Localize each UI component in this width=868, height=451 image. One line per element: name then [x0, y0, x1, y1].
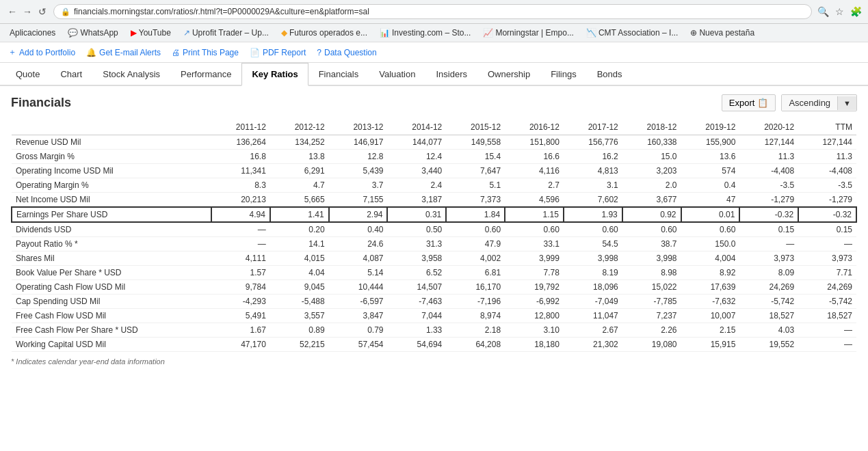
bookmark-morningstar[interactable]: 📈 Morningstar | Empo... [479, 27, 578, 39]
nueva-icon: ⊕ [690, 28, 697, 38]
cell-dividends-4: 0.60 [446, 222, 505, 237]
tab-filings[interactable]: Filings [540, 63, 587, 85]
cell-operating_income-10: -4,408 [798, 164, 856, 178]
cell-payout_ratio-4: 47.9 [446, 237, 505, 251]
bookmark-label: CMT Association – I... [599, 28, 679, 38]
col-2017: 2017-12 [564, 120, 622, 135]
cell-gross_margin-8: 13.6 [681, 150, 740, 164]
main-content: Financials Export 📋 Ascending ▼ 2011-12 … [0, 86, 868, 374]
cell-cap_spending-10: -5,742 [798, 295, 856, 309]
cell-cap_spending-5: -6,992 [505, 295, 564, 309]
tab-performance[interactable]: Performance [170, 63, 241, 85]
cell-free_cash_flow-9: 18,527 [739, 309, 798, 323]
cell-gross_margin-10: 11.3 [798, 150, 856, 164]
cell-payout_ratio-9: — [739, 237, 798, 251]
cell-eps-2: 2.94 [329, 207, 388, 222]
pdf-report-button[interactable]: 📄 PDF Report [250, 48, 306, 57]
section-header: Financials Export 📋 Ascending ▼ [11, 94, 857, 111]
cell-payout_ratio-1: 14.1 [270, 237, 329, 251]
tab-insiders[interactable]: Insiders [425, 63, 477, 85]
cell-operating_income-5: 4,116 [505, 164, 564, 178]
cell-dividends-6: 0.60 [564, 222, 622, 237]
bookmark-icon[interactable]: ☆ [834, 6, 845, 17]
cell-gross_margin-0: 16.8 [211, 150, 270, 164]
print-page-button[interactable]: 🖨 Print This Page [172, 48, 239, 57]
cell-eps-7: 0.92 [622, 207, 681, 222]
col-2018: 2018-12 [622, 120, 681, 135]
email-alerts-button[interactable]: 🔔 Get E-mail Alerts [86, 48, 161, 57]
cell-operating_cash_flow-7: 15,022 [622, 280, 681, 295]
forward-button[interactable]: → [22, 6, 33, 17]
row-label-operating_margin: Operating Margin % [12, 178, 211, 193]
row-label-working_capital: Working Capital USD Mil [12, 338, 211, 352]
cell-free_cash_flow-10: 18,527 [798, 309, 856, 323]
table-row: Free Cash Flow USD Mil5,4913,5573,8477,0… [12, 309, 856, 323]
cell-book_value-4: 6.81 [446, 266, 505, 280]
cell-gross_margin-7: 15.0 [622, 150, 681, 164]
bookmark-investing[interactable]: 📊 Investing.com – Sto... [376, 27, 475, 39]
cell-gross_margin-4: 15.4 [446, 150, 505, 164]
cell-operating_income-9: -4,408 [739, 164, 798, 178]
cell-operating_margin-3: 2.4 [387, 178, 446, 193]
cell-eps-5: 1.15 [505, 207, 564, 222]
cell-eps-3: 0.31 [387, 207, 446, 222]
data-question-label: Data Question [324, 48, 377, 57]
cell-shares-6: 3,998 [564, 251, 622, 266]
tab-ownership[interactable]: Ownership [477, 63, 540, 85]
cell-working_capital-7: 19,080 [622, 338, 681, 352]
cell-operating_income-6: 4,813 [564, 164, 622, 178]
cell-net_income-4: 7,373 [446, 193, 505, 208]
tab-bonds[interactable]: Bonds [587, 63, 633, 85]
sort-select[interactable]: Ascending ▼ [781, 94, 857, 111]
tab-valuation[interactable]: Valuation [369, 63, 425, 85]
data-question-button[interactable]: ? Data Question [317, 48, 376, 57]
cell-shares-7: 3,998 [622, 251, 681, 266]
bookmark-whatsapp[interactable]: 💬 WhatsApp [64, 27, 122, 39]
bookmark-nueva-pestana[interactable]: ⊕ Nueva pestaña [686, 27, 759, 39]
section-title: Financials [11, 96, 71, 110]
print-icon: 🖨 [172, 48, 180, 57]
col-2015: 2015-12 [446, 120, 505, 135]
cell-cap_spending-4: -7,196 [446, 295, 505, 309]
row-label-free_cash_flow: Free Cash Flow USD Mil [12, 309, 211, 323]
reload-button[interactable]: ↺ [37, 6, 48, 17]
sort-dropdown-arrow[interactable]: ▼ [837, 96, 856, 110]
tab-financials[interactable]: Financials [308, 63, 369, 85]
bookmark-aplicaciones[interactable]: Aplicaciones [5, 27, 60, 39]
address-bar[interactable]: 🔒 financials.morningstar.com/ratios/r.ht… [53, 4, 812, 19]
extensions-icon[interactable]: 🧩 [850, 6, 861, 17]
search-icon[interactable]: 🔍 [817, 6, 828, 17]
tab-stock-analysis[interactable]: Stock Analysis [92, 63, 170, 85]
bookmark-uprofit[interactable]: ↗ Uprofit Trader – Up... [179, 27, 273, 39]
table-row: Operating Cash Flow USD Mil9,7849,04510,… [12, 280, 856, 295]
cell-cap_spending-7: -7,785 [622, 295, 681, 309]
bookmarks-bar: Aplicaciones 💬 WhatsApp ▶ YouTube ↗ Upro… [0, 24, 868, 42]
table-header-row: 2011-12 2012-12 2013-12 2014-12 2015-12 … [12, 120, 856, 135]
cell-revenue-5: 151,800 [505, 135, 564, 150]
page-toolbar: ＋ Add to Portfolio 🔔 Get E-mail Alerts 🖨… [0, 42, 868, 63]
bookmark-cmt[interactable]: 📉 CMT Association – I... [582, 27, 683, 39]
cell-revenue-0: 136,264 [211, 135, 270, 150]
row-label-revenue: Revenue USD Mil [12, 135, 211, 150]
cell-shares-10: 3,973 [798, 251, 856, 266]
cell-gross_margin-9: 11.3 [739, 150, 798, 164]
tab-chart[interactable]: Chart [50, 63, 92, 85]
table-row: Operating Income USD Mil11,3416,2915,439… [12, 164, 856, 178]
cell-net_income-2: 7,155 [329, 193, 388, 208]
cell-working_capital-6: 21,302 [564, 338, 622, 352]
row-label-free_cash_flow_per_share: Free Cash Flow Per Share * USD [12, 323, 211, 338]
tab-key-ratios[interactable]: Key Ratios [241, 63, 308, 86]
add-portfolio-button[interactable]: ＋ Add to Portfolio [8, 46, 75, 58]
controls-right: Export 📋 Ascending ▼ [722, 94, 857, 111]
cell-operating_cash_flow-5: 19,792 [505, 280, 564, 295]
add-portfolio-label: Add to Portfolio [19, 48, 75, 57]
table-row: Payout Ratio % *—14.124.631.347.933.154.… [12, 237, 856, 251]
export-button[interactable]: Export 📋 [722, 94, 776, 111]
tab-quote[interactable]: Quote [5, 63, 50, 85]
cell-gross_margin-5: 16.6 [505, 150, 564, 164]
bookmark-futuros[interactable]: ◆ Futuros operados e... [277, 27, 371, 39]
back-button[interactable]: ← [7, 6, 18, 17]
cell-working_capital-0: 47,170 [211, 338, 270, 352]
cell-operating_income-4: 7,647 [446, 164, 505, 178]
bookmark-youtube[interactable]: ▶ YouTube [127, 27, 175, 39]
